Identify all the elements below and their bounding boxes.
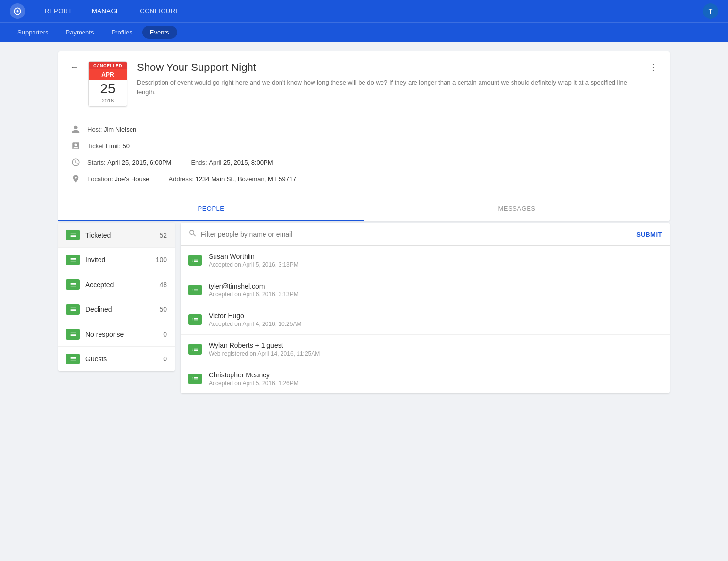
status-guests[interactable]: Guests 0 bbox=[58, 347, 175, 371]
person-name: Wylan Roberts + 1 guest bbox=[209, 341, 662, 349]
ticketed-count: 52 bbox=[159, 231, 167, 239]
person-details: Susan Worthlin Accepted on April 5, 2016… bbox=[209, 253, 662, 268]
person-item[interactable]: Christopher Meaney Accepted on April 5, … bbox=[181, 364, 670, 393]
event-header: ← Cancelled APR 25 2016 Show Your Suppor… bbox=[58, 51, 670, 117]
event-info: Show Your Support Night Description of e… bbox=[137, 61, 639, 97]
sub-nav: Supporters Payments Profiles Events bbox=[0, 22, 728, 42]
people-section: Ticketed 52 Invited 100 Accepted 48 bbox=[58, 223, 670, 393]
person-list-icon bbox=[188, 314, 202, 325]
nav-configure[interactable]: CONFIGURE bbox=[140, 5, 180, 17]
nav-manage[interactable]: MANAGE bbox=[92, 5, 120, 17]
ends-text: Ends: April 25, 2015, 8:00PM bbox=[191, 159, 273, 166]
ends-value: April 25, 2015, 8:00PM bbox=[209, 159, 273, 166]
person-item[interactable]: Wylan Roberts + 1 guest Web registered o… bbox=[181, 335, 670, 364]
logo bbox=[10, 3, 25, 19]
guests-label: Guests bbox=[85, 355, 163, 363]
event-card: ← Cancelled APR 25 2016 Show Your Suppor… bbox=[58, 51, 670, 221]
person-list-icon bbox=[188, 344, 202, 355]
status-list: Ticketed 52 Invited 100 Accepted 48 bbox=[58, 223, 175, 371]
event-title: Show Your Support Night bbox=[137, 61, 639, 74]
location-row: Location: Joe's House Address: 1234 Main… bbox=[70, 170, 658, 187]
svg-point-1 bbox=[17, 10, 19, 13]
logo-icon bbox=[13, 6, 22, 16]
calendar-year: 2016 bbox=[89, 97, 127, 106]
address-text: Address: 1234 Main St., Bozeman, MT 5971… bbox=[169, 175, 297, 183]
person-list-icon bbox=[188, 285, 202, 295]
host-row: Host: Jim Nielsen bbox=[70, 121, 658, 137]
accepted-icon bbox=[66, 279, 80, 290]
submit-button[interactable]: SUBMIT bbox=[636, 231, 662, 238]
declined-label: Declined bbox=[85, 306, 159, 313]
ticket-icon bbox=[70, 141, 82, 150]
guests-count: 0 bbox=[163, 355, 167, 363]
person-details: Victor Hugo Accepted on April 4, 2016, 1… bbox=[209, 312, 662, 327]
guests-icon bbox=[66, 354, 80, 364]
invited-icon bbox=[66, 255, 80, 265]
subnav-supporters[interactable]: Supporters bbox=[10, 26, 56, 39]
person-item[interactable]: Susan Worthlin Accepted on April 5, 2016… bbox=[181, 246, 670, 275]
person-status: Web registered on April 14, 2016, 11:25A… bbox=[209, 350, 662, 357]
subnav-payments[interactable]: Payments bbox=[58, 26, 102, 39]
location-text: Location: Joe's House bbox=[87, 175, 149, 183]
accepted-label: Accepted bbox=[85, 281, 159, 289]
status-invited[interactable]: Invited 100 bbox=[58, 248, 175, 272]
declined-count: 50 bbox=[159, 306, 167, 313]
person-icon bbox=[70, 125, 82, 134]
ticket-value: 50 bbox=[122, 142, 129, 150]
back-button[interactable]: ← bbox=[70, 62, 79, 72]
location-pair: Location: Joe's House Address: 1234 Main… bbox=[87, 175, 658, 183]
person-name: Susan Worthlin bbox=[209, 253, 662, 260]
user-avatar[interactable]: T bbox=[703, 3, 718, 19]
main-content: ← Cancelled APR 25 2016 Show Your Suppor… bbox=[0, 42, 728, 403]
calendar-month: APR bbox=[89, 69, 127, 80]
person-item[interactable]: tyler@timshel.com Accepted on April 6, 2… bbox=[181, 275, 670, 305]
event-tabs: PEOPLE MESSAGES bbox=[58, 197, 670, 221]
nav-report[interactable]: REPORT bbox=[45, 5, 72, 17]
ticketed-label: Ticketed bbox=[85, 231, 159, 239]
search-bar: SUBMIT bbox=[181, 223, 670, 246]
no-response-icon bbox=[66, 329, 80, 340]
status-accepted[interactable]: Accepted 48 bbox=[58, 272, 175, 297]
host-text: Host: Jim Nielsen bbox=[87, 126, 136, 133]
status-ticketed[interactable]: Ticketed 52 bbox=[58, 223, 175, 248]
person-details: Christopher Meaney Accepted on April 5, … bbox=[209, 371, 662, 387]
more-button[interactable]: ⋮ bbox=[648, 61, 658, 73]
invited-label: Invited bbox=[85, 256, 156, 264]
no-response-count: 0 bbox=[163, 330, 167, 338]
status-no-response[interactable]: No response 0 bbox=[58, 322, 175, 347]
person-list-icon bbox=[188, 255, 202, 266]
person-name: Victor Hugo bbox=[209, 312, 662, 320]
time-row: Starts: April 25, 2015, 6:00PM Ends: Apr… bbox=[70, 154, 658, 170]
tab-messages[interactable]: MESSAGES bbox=[364, 197, 670, 221]
status-declined[interactable]: Declined 50 bbox=[58, 297, 175, 322]
person-item[interactable]: Victor Hugo Accepted on April 4, 2016, 1… bbox=[181, 305, 670, 335]
calendar-day: 25 bbox=[89, 80, 127, 97]
search-icon bbox=[188, 229, 197, 239]
no-response-label: No response bbox=[85, 330, 163, 338]
host-value: Jim Nielsen bbox=[104, 126, 136, 133]
top-nav: REPORT MANAGE CONFIGURE T bbox=[0, 0, 728, 22]
person-status: Accepted on April 5, 2016, 1:26PM bbox=[209, 380, 662, 387]
subnav-events[interactable]: Events bbox=[142, 26, 177, 39]
person-list-icon bbox=[188, 374, 202, 384]
cancelled-badge: Cancelled bbox=[89, 62, 127, 69]
starts-value: April 25, 2015, 6:00PM bbox=[107, 159, 171, 166]
left-panel: Ticketed 52 Invited 100 Accepted 48 bbox=[58, 223, 175, 393]
starts-text: Starts: April 25, 2015, 6:00PM bbox=[87, 159, 171, 166]
event-calendar: Cancelled APR 25 2016 bbox=[88, 61, 127, 107]
person-status: Accepted on April 5, 2016, 3:13PM bbox=[209, 261, 662, 268]
tab-people[interactable]: PEOPLE bbox=[58, 197, 364, 221]
person-status: Accepted on April 6, 2016, 3:13PM bbox=[209, 291, 662, 298]
right-panel: SUBMIT Susan Worthlin Accepted on April … bbox=[181, 223, 670, 393]
clock-icon bbox=[70, 158, 82, 167]
ticketed-icon bbox=[66, 230, 80, 240]
person-details: tyler@timshel.com Accepted on April 6, 2… bbox=[209, 282, 662, 298]
location-value: Joe's House bbox=[115, 175, 149, 183]
location-icon bbox=[70, 174, 82, 183]
address-value: 1234 Main St., Bozeman, MT 59717 bbox=[195, 175, 296, 183]
subnav-profiles[interactable]: Profiles bbox=[103, 26, 140, 39]
ticket-text: Ticket Limit: 50 bbox=[87, 142, 130, 150]
search-input[interactable] bbox=[201, 230, 632, 238]
person-status: Accepted on April 4, 2016, 10:25AM bbox=[209, 321, 662, 327]
nav-items: REPORT MANAGE CONFIGURE bbox=[45, 5, 703, 17]
